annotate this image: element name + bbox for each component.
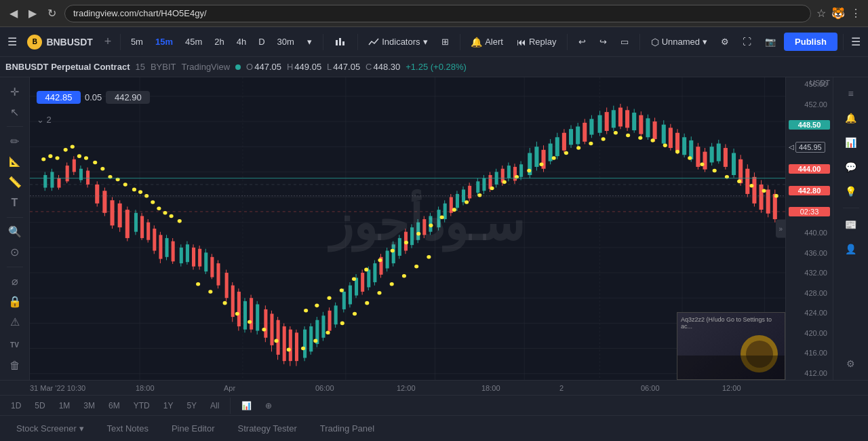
lock-icon[interactable]: 🔒 bbox=[4, 293, 26, 311]
svg-point-261 bbox=[170, 214, 174, 218]
brush-icon[interactable]: 📏 bbox=[4, 173, 26, 191]
rectangle-icon[interactable]: ▭ bbox=[615, 34, 634, 50]
svg-point-291 bbox=[416, 232, 420, 236]
browser-icons: ☆ 🐯 ⋮ bbox=[816, 7, 861, 20]
svg-point-306 bbox=[601, 137, 606, 141]
period-3m[interactable]: 3M bbox=[78, 400, 100, 412]
period-5d[interactable]: 5D bbox=[29, 400, 50, 412]
nav-refresh[interactable]: ↻ bbox=[45, 7, 59, 20]
svg-point-267 bbox=[248, 320, 252, 324]
layout-icon[interactable]: ⊞ bbox=[436, 34, 454, 50]
menu-icon[interactable]: ☰ bbox=[5, 31, 19, 53]
exchange-display: BYBIT bbox=[151, 62, 176, 72]
nav-back[interactable]: ◀ bbox=[7, 7, 20, 20]
period-all[interactable]: All bbox=[205, 400, 224, 412]
price-level-416: 416.00 bbox=[789, 349, 830, 357]
svg-point-275 bbox=[353, 312, 357, 316]
more-timeframes[interactable]: ▾ bbox=[302, 34, 317, 50]
period-1d[interactable]: 1D bbox=[5, 400, 26, 412]
tab-stock-screener[interactable]: Stock Screener ▾ bbox=[5, 419, 95, 438]
svg-point-269 bbox=[275, 339, 279, 343]
price-level-432: 432.00 bbox=[789, 269, 830, 277]
redo-btn[interactable]: ↪ bbox=[594, 34, 612, 50]
add-symbol-btn[interactable]: + bbox=[101, 31, 115, 53]
crosshair-icon[interactable]: ✛ bbox=[4, 83, 26, 100]
svg-point-294 bbox=[452, 208, 456, 212]
news-icon[interactable]: 📰 bbox=[840, 214, 862, 235]
settings-side-icon[interactable]: ⚙ bbox=[840, 353, 862, 375]
snapshot-icon[interactable]: 📷 bbox=[760, 34, 781, 50]
cursor-icon[interactable]: ↖ bbox=[4, 103, 26, 121]
tf-15m[interactable]: 15m bbox=[151, 35, 178, 49]
undo-btn[interactable]: ↩ bbox=[573, 34, 591, 50]
svg-point-305 bbox=[589, 142, 593, 146]
svg-point-255 bbox=[132, 188, 136, 192]
alert-btn[interactable]: 🔔 Alert bbox=[465, 34, 509, 50]
svg-point-288 bbox=[378, 258, 382, 263]
price-level-424: 424.00 bbox=[789, 309, 830, 317]
nav-forward[interactable]: ▶ bbox=[26, 7, 39, 20]
svg-point-308 bbox=[626, 134, 630, 138]
sep4 bbox=[460, 34, 460, 50]
svg-point-286 bbox=[352, 277, 356, 282]
layer-badge[interactable]: ⌄ 2 bbox=[37, 115, 52, 125]
expand-arrow[interactable]: » bbox=[776, 220, 785, 238]
svg-point-243 bbox=[41, 157, 45, 161]
svg-rect-0 bbox=[336, 40, 338, 45]
chat-icon[interactable]: 💬 bbox=[840, 156, 862, 178]
right-panel-toggle[interactable]: ☰ bbox=[849, 31, 863, 53]
sidebar-sep2 bbox=[7, 217, 23, 218]
price-input-area: 0.05 442.90 bbox=[37, 91, 150, 104]
unnamed-btn[interactable]: ⬡ Unnamed ▾ bbox=[646, 34, 713, 50]
svg-rect-75 bbox=[216, 263, 220, 286]
indicators-btn[interactable]: Indicators ▾ bbox=[363, 34, 433, 50]
tab-pine-editor[interactable]: Pine Editor bbox=[161, 419, 226, 438]
profile-icon[interactable]: 👤 bbox=[840, 238, 862, 260]
trendline-icon[interactable]: 📐 bbox=[4, 153, 26, 170]
watchlist-icon[interactable]: ≡ bbox=[840, 83, 862, 104]
alert-side-icon[interactable]: ⚠ bbox=[4, 313, 26, 331]
settings-icon[interactable]: ⚙ bbox=[715, 34, 734, 50]
period-5y[interactable]: 5Y bbox=[181, 400, 202, 412]
replay-btn[interactable]: ⏮ Replay bbox=[511, 34, 561, 50]
chart-area[interactable]: سـودأجوز 0.05 442.90 ⌄ 2 bbox=[30, 77, 785, 380]
tab-trading-panel[interactable]: Trading Panel bbox=[309, 419, 385, 438]
time-label-1: 31 Mar '22 10:30 bbox=[30, 384, 85, 392]
alert-side-icon[interactable]: 🔔 bbox=[840, 107, 862, 129]
publish-button[interactable]: Publish bbox=[784, 33, 837, 51]
tf-30m[interactable]: 30m bbox=[273, 35, 299, 49]
tf-4h[interactable]: 4h bbox=[232, 35, 251, 49]
text-icon[interactable]: T bbox=[4, 193, 26, 211]
svg-rect-101 bbox=[303, 330, 307, 358]
tf-45m[interactable]: 45m bbox=[180, 35, 207, 49]
trash-icon[interactable]: 🗑 bbox=[4, 357, 26, 375]
tab-text-notes[interactable]: Text Notes bbox=[96, 419, 159, 438]
period-1y[interactable]: 1Y bbox=[158, 400, 179, 412]
right-sep bbox=[843, 208, 859, 208]
period-6m[interactable]: 6M bbox=[103, 400, 125, 412]
chart-type-toggle[interactable]: 📊 bbox=[236, 400, 257, 412]
symbol-selector[interactable]: B BNBUSDT bbox=[22, 32, 98, 52]
ideas-icon[interactable]: 💡 bbox=[840, 180, 862, 202]
price-input-left[interactable] bbox=[37, 91, 81, 104]
svg-point-283 bbox=[315, 304, 319, 308]
tf-d[interactable]: D bbox=[254, 35, 269, 49]
tf-2h[interactable]: 2h bbox=[210, 35, 229, 49]
fullscreen-icon[interactable]: ⛶ bbox=[737, 34, 757, 50]
price-step: 0.05 bbox=[85, 92, 102, 102]
period-ytd[interactable]: YTD bbox=[128, 400, 155, 412]
chart-type-icon[interactable] bbox=[329, 33, 352, 51]
period-1m[interactable]: 1M bbox=[54, 400, 76, 412]
time-label-5: 12:00 bbox=[397, 384, 416, 392]
compare-toggle[interactable]: ⊕ bbox=[260, 400, 277, 412]
tab-strategy-tester[interactable]: Strategy Tester bbox=[227, 419, 308, 438]
low-item: L447.05 bbox=[327, 62, 360, 72]
zoom-icon[interactable]: 🔍 bbox=[4, 223, 26, 240]
magnet-icon[interactable]: ⊙ bbox=[4, 244, 26, 261]
measure-icon[interactable]: ⌀ bbox=[4, 272, 26, 290]
url-bar[interactable]: tradingview.com/chart/H4O5E4gy/ bbox=[64, 5, 811, 22]
data-window-icon[interactable]: 📊 bbox=[840, 132, 862, 153]
svg-point-272 bbox=[313, 339, 317, 343]
draw-icon[interactable]: ✏ bbox=[4, 132, 26, 150]
tf-5m[interactable]: 5m bbox=[126, 35, 148, 49]
